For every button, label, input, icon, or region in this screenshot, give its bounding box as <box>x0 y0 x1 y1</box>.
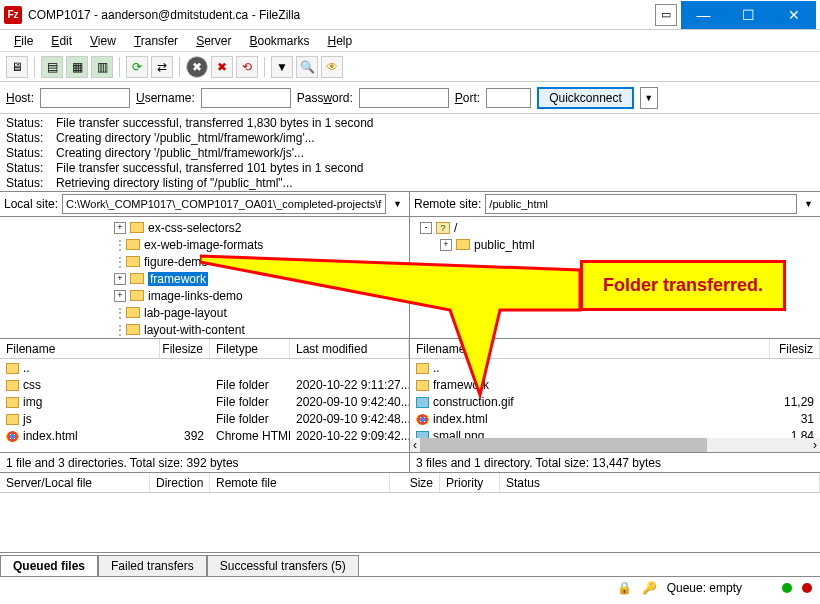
status-bar: 🔒 🔑 Queue: empty <box>0 577 820 599</box>
window-title: COMP1017 - aanderson@dmitstudent.ca - Fi… <box>28 8 655 22</box>
qcol-pri[interactable]: Priority <box>440 473 500 492</box>
list-item[interactable]: small.png1,84 <box>410 427 820 438</box>
remote-status: 3 files and 1 directory. Total size: 13,… <box>410 453 820 472</box>
remote-hscroll[interactable]: ‹› <box>410 438 820 452</box>
menu-server[interactable]: Server <box>188 32 239 50</box>
list-item[interactable]: index.html392Chrome HTML...2020-10-22 9:… <box>0 427 409 444</box>
local-site-dropdown[interactable]: ▼ <box>390 199 405 209</box>
callout-box: Folder transferred. <box>580 260 786 311</box>
menu-edit[interactable]: Edit <box>43 32 80 50</box>
host-input[interactable] <box>40 88 130 108</box>
titlebar-extra-icon[interactable]: ▭ <box>655 4 677 26</box>
minimize-button[interactable]: — <box>681 1 726 29</box>
tab-failed[interactable]: Failed transfers <box>98 555 207 576</box>
quickconnect-dropdown[interactable]: ▼ <box>640 87 658 109</box>
list-item[interactable]: index.html31 <box>410 410 820 427</box>
toggle-queue-button[interactable]: ▥ <box>91 56 113 78</box>
queue-tabs: Queued files Failed transfers Successful… <box>0 553 820 577</box>
lock-icon: 🔒 <box>617 581 632 595</box>
sync-browse-button[interactable]: ⟳ <box>126 56 148 78</box>
col-filename[interactable]: Filename <box>0 339 160 358</box>
disconnect-button[interactable]: ✖ <box>211 56 233 78</box>
menu-transfer[interactable]: Transfer <box>126 32 186 50</box>
titlebar: Fz COMP1017 - aanderson@dmitstudent.ca -… <box>0 0 820 30</box>
menu-file[interactable]: File <box>6 32 41 50</box>
tab-queued[interactable]: Queued files <box>0 555 98 576</box>
tree-item[interactable]: +ex-css-selectors2 <box>4 219 405 236</box>
local-status: 1 file and 3 directories. Total size: 39… <box>0 453 410 472</box>
compare-dirs-button[interactable]: 👁 <box>321 56 343 78</box>
remote-site-input[interactable] <box>485 194 797 214</box>
list-item[interactable]: jsFile folder2020-09-10 9:42:48... <box>0 410 409 427</box>
port-label: Port: <box>455 91 480 105</box>
tab-success[interactable]: Successful transfers (5) <box>207 555 359 576</box>
cancel-button[interactable]: ✖ <box>186 56 208 78</box>
key-icon: 🔑 <box>642 581 657 595</box>
port-input[interactable] <box>486 88 531 108</box>
host-label: Host: <box>6 91 34 105</box>
log-panel[interactable]: Status:File transfer successful, transfe… <box>0 114 820 192</box>
quickconnect-bar: Host: Username: Password: Port: Quickcon… <box>0 82 820 114</box>
password-input[interactable] <box>359 88 449 108</box>
qcol-status[interactable]: Status <box>500 473 820 492</box>
filter-button[interactable]: ▼ <box>271 56 293 78</box>
quickconnect-button[interactable]: Quickconnect <box>537 87 634 109</box>
toolbar: 🖥 ▤ ▦ ▥ ⟳ ⇄ ✖ ✖ ⟲ ▼ 🔍 👁 <box>0 52 820 82</box>
remote-site-label: Remote site: <box>414 197 481 211</box>
status-led-red <box>802 583 812 593</box>
menubar: File Edit View Transfer Server Bookmarks… <box>0 30 820 52</box>
local-site-label: Local site: <box>4 197 58 211</box>
search-button[interactable]: 🔍 <box>296 56 318 78</box>
qcol-size[interactable]: Size <box>390 473 440 492</box>
callout-arrow <box>200 250 590 400</box>
password-label: Password: <box>297 91 353 105</box>
toggle-log-button[interactable]: ▤ <box>41 56 63 78</box>
col-filesize-r[interactable]: Filesiz <box>770 339 820 358</box>
queue-panel[interactable]: Server/Local file Direction Remote file … <box>0 473 820 553</box>
toggle-tree-button[interactable]: ▦ <box>66 56 88 78</box>
maximize-button[interactable]: ☐ <box>726 1 771 29</box>
status-led-green <box>782 583 792 593</box>
tree-item[interactable]: -?/ <box>414 219 816 236</box>
qcol-file[interactable]: Server/Local file <box>0 473 150 492</box>
username-input[interactable] <box>201 88 291 108</box>
username-label: Username: <box>136 91 195 105</box>
qcol-dir[interactable]: Direction <box>150 473 210 492</box>
remote-site-dropdown[interactable]: ▼ <box>801 199 816 209</box>
local-site-input[interactable] <box>62 194 386 214</box>
qcol-remote[interactable]: Remote file <box>210 473 390 492</box>
queue-status-text: Queue: empty <box>667 581 742 595</box>
reconnect-button[interactable]: ⟲ <box>236 56 258 78</box>
menu-bookmarks[interactable]: Bookmarks <box>241 32 317 50</box>
menu-view[interactable]: View <box>82 32 124 50</box>
site-manager-button[interactable]: 🖥 <box>6 56 28 78</box>
close-button[interactable]: ✕ <box>771 1 816 29</box>
app-icon: Fz <box>4 6 22 24</box>
compare-button[interactable]: ⇄ <box>151 56 173 78</box>
svg-marker-0 <box>200 256 580 395</box>
menu-help[interactable]: Help <box>320 32 361 50</box>
